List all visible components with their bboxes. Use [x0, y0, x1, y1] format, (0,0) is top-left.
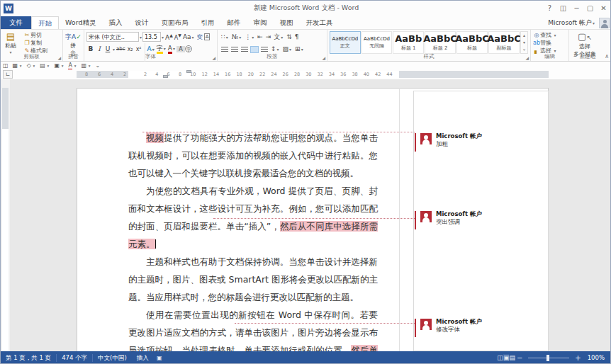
tab-开始[interactable]: 开始 [31, 16, 59, 29]
document-text[interactable]: 视频提供了功能强大的方法帮助您证明您的观点。当您单击联机视频时，可以在想要添加的… [128, 129, 378, 351]
restore-button[interactable]: ▢ [583, 2, 597, 15]
underline-button[interactable]: U [103, 45, 112, 52]
text-effects-button[interactable]: A▾ [147, 45, 156, 52]
account-avatar[interactable] [599, 18, 610, 28]
tab-设计[interactable]: 设计 [128, 16, 155, 29]
numbering-icon[interactable]: №▾ [230, 33, 243, 40]
style-标题[interactable]: AaBbC标题 [456, 31, 488, 54]
web-layout-icon[interactable]: ▤ [509, 354, 515, 361]
phonetic-guide-button[interactable]: 変 [196, 33, 204, 41]
character-shading-button[interactable]: A [176, 46, 185, 52]
shading-icon[interactable]: ▨▾ [281, 45, 294, 52]
tab-selector[interactable]: ∟ [3, 70, 13, 79]
pinyin-button[interactable]: 字A✓ 拼 音 [65, 31, 82, 55]
distribute-button[interactable] [261, 47, 268, 52]
tab-插入[interactable]: 插入 [102, 16, 128, 29]
paragraph[interactable]: 使用在需要位置出现的新按钮在 Word 中保存时间。若要更改图片适应文档的方式，… [128, 306, 378, 351]
styles-more-icon[interactable]: ▿ [521, 46, 527, 53]
bullets-icon[interactable]: ∷▾ [220, 33, 230, 40]
revision-balloon[interactable]: Microsoft 帐户突出强调 [420, 210, 544, 226]
clipboard-dialog-launcher[interactable]: ◢ [57, 55, 61, 60]
subscript-button[interactable]: x₂ [126, 46, 135, 52]
font-dialog-launcher[interactable]: ◢ [212, 55, 215, 60]
tab-file[interactable]: 文件 [1, 16, 31, 29]
style-标题 1[interactable]: AaBb标题 1 [393, 31, 424, 54]
character-border-button[interactable]: A [204, 33, 211, 40]
zoom-in-button[interactable]: + [573, 354, 582, 362]
replace-button[interactable]: ab替换 [533, 39, 566, 47]
bold-button[interactable]: B [86, 45, 95, 52]
select-multiple-objects-button[interactable]: ▢↖ 选择 多个对象 [571, 31, 598, 55]
align-center-button[interactable] [231, 47, 238, 52]
tab-视图[interactable]: 视图 [273, 16, 299, 29]
asian-layout-icon[interactable]: 文▾ [272, 33, 285, 42]
superscript-button[interactable]: x² [135, 46, 143, 52]
paragraph[interactable]: 为使您的文档具有专业外观，Word 提供了页眉、页脚、封面和文本框设计，这些设计… [128, 182, 378, 253]
styles-scroll-up-icon[interactable]: ▴ [521, 32, 527, 39]
tab-开发工具[interactable]: 开发工具 [299, 16, 339, 29]
italic-button[interactable]: I [95, 45, 103, 52]
tab-邮件[interactable]: 邮件 [220, 16, 247, 29]
styles-gallery-scroll[interactable]: ▴▾▿ [520, 31, 528, 54]
change-case-button[interactable]: Aa▾ [182, 33, 196, 40]
paragraph-dialog-launcher[interactable]: ◢ [322, 55, 325, 60]
tab-页面布局[interactable]: 页面布局 [155, 16, 194, 29]
zoom-slider[interactable] [528, 358, 569, 358]
tab-Word精灵[interactable]: Word精灵 [59, 16, 102, 29]
strikethrough-button[interactable]: abc [116, 46, 126, 52]
decrease-indent-icon[interactable]: ⇤ [256, 33, 264, 40]
find-button[interactable]: ◎查找 ▾ [533, 31, 566, 39]
shrink-font-button[interactable]: A▼ [174, 33, 182, 41]
paragraph-marks-icon[interactable]: ¶ [293, 33, 301, 40]
styles-dialog-launcher[interactable]: ◢ [525, 55, 529, 60]
font-color-button[interactable]: A▾ [167, 45, 176, 54]
align-left-button[interactable] [221, 47, 228, 52]
insert-mode-indicator[interactable]: 插入 [132, 351, 154, 364]
zoom-level[interactable]: 100% [583, 351, 611, 364]
styles-scroll-down-icon[interactable]: ▾ [521, 39, 527, 46]
revision-balloon[interactable]: Microsoft 帐户修改字体 [420, 318, 544, 334]
ruler-number: 16 [225, 72, 230, 77]
tab-引用[interactable]: 引用 [194, 16, 220, 29]
cut-button[interactable]: ✂剪切 [23, 31, 47, 39]
word-count[interactable]: 474 个字 [57, 351, 92, 364]
page-indicator[interactable]: 第 1 页，共 1 页 [1, 351, 56, 364]
close-button[interactable]: ✕ [597, 2, 610, 15]
style-无间隔[interactable]: AaBbCcDd无间隔 [361, 31, 393, 54]
paste-button[interactable]: ▤ 粘贴▾ [3, 31, 18, 55]
paragraph[interactable]: 主题和样式也有助于文档保持协调。当您单击设计并选择新的主题时，图片、图表或 Sm… [128, 253, 378, 306]
line-spacing-icon[interactable]: ↕▾ [269, 45, 281, 52]
copy-button[interactable]: ❐复制 [23, 39, 47, 47]
revision-balloon[interactable]: Microsoft 帐户加粗 [420, 132, 544, 148]
help-button[interactable]: ? [543, 2, 556, 15]
ribbon-display-options-button[interactable]: ◫ [556, 2, 570, 15]
increase-indent-icon[interactable]: ⇥ [264, 33, 273, 40]
text-highlight-button[interactable]: 字▾ [156, 45, 167, 54]
account-menu[interactable]: Microsoft 帐户 ▾ [548, 17, 610, 29]
minimize-button[interactable]: ─ [570, 2, 583, 15]
style-副标题[interactable]: AaBbC副标题 [488, 31, 520, 54]
macro-record-icon[interactable]: ▣ [154, 351, 165, 364]
align-right-button[interactable] [241, 47, 248, 52]
collapse-ribbon-button[interactable]: ∧ [605, 53, 609, 59]
qat-overflow-icon[interactable]: ⌄ [94, 62, 103, 69]
hanging-indent-marker[interactable] [163, 75, 168, 78]
enclose-characters-button[interactable]: 字 [185, 45, 192, 52]
tab-审阅[interactable]: 审阅 [247, 16, 273, 29]
zoom-slider-thumb[interactable] [546, 355, 549, 361]
style-标题 2[interactable]: AaBbC标题 2 [425, 31, 456, 54]
font-size-combo[interactable]: 13.5 [142, 32, 161, 42]
language-indicator[interactable]: 中文(中国) [93, 351, 132, 364]
style-正文[interactable]: AaBbCcDd正文 [330, 31, 361, 54]
font-name-combo[interactable]: 宋体 (中文正.. [86, 32, 139, 42]
justify-button[interactable] [251, 47, 258, 52]
read-mode-icon[interactable]: ◫ [497, 354, 503, 361]
zoom-out-button[interactable]: − [515, 354, 524, 362]
multilevel-list-icon[interactable]: ⋮▾ [243, 33, 256, 40]
paragraph[interactable]: 视频提供了功能强大的方法帮助您证明您的观点。当您单击联机视频时，可以在想要添加的… [128, 129, 378, 182]
first-line-indent-marker[interactable] [186, 70, 191, 73]
grow-font-button[interactable]: A▲ [164, 33, 174, 41]
borders-icon[interactable]: ⊞▾ [293, 45, 306, 52]
sort-icon[interactable]: ⇅ [285, 33, 293, 40]
window-layout-icon[interactable]: ◫ [1, 62, 11, 69]
